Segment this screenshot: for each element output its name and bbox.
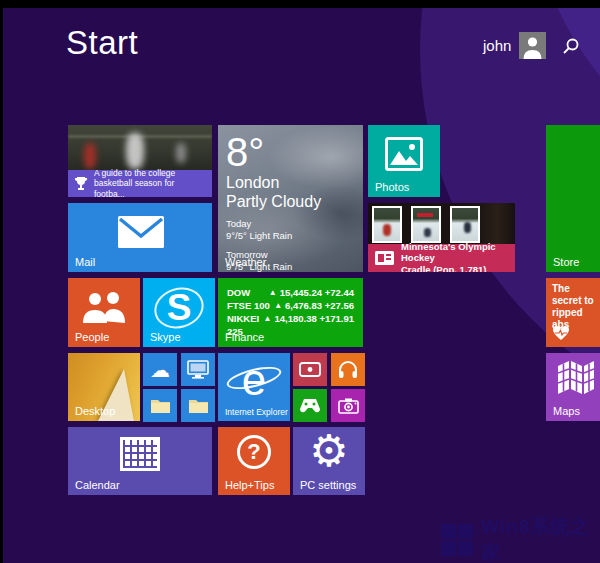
tile-desktop[interactable]: Desktop <box>68 353 140 421</box>
skype-label: Skype <box>150 331 181 343</box>
weather-label: Weather <box>225 256 266 268</box>
tile-skydrive[interactable]: ☁ <box>143 353 177 386</box>
hockey-photo-strip <box>372 206 480 243</box>
user-name[interactable]: john <box>483 37 511 54</box>
photos-label: Photos <box>375 181 409 193</box>
weather-today: Today 9°/5° Light Rain <box>226 218 355 242</box>
user-area[interactable]: john <box>483 32 580 59</box>
store-label: Store <box>553 256 579 268</box>
internet-explorer-label: Internet Explorer <box>225 407 288 417</box>
tile-documents-folder[interactable] <box>143 389 177 422</box>
gear-icon: ⚙ <box>293 427 365 476</box>
game-controller-icon <box>298 398 322 413</box>
internet-explorer-logo-icon: e <box>218 353 290 407</box>
calendar-label: Calendar <box>75 479 120 491</box>
desktop-label: Desktop <box>75 405 115 417</box>
windows-logo-icon <box>441 524 473 556</box>
pc-settings-label: PC settings <box>300 479 356 491</box>
tile-store[interactable]: Store <box>546 125 600 272</box>
mail-label: Mail <box>75 256 95 268</box>
hockey-caption: Minnesota's Olympic Hockey Cradle (Pop. … <box>401 241 508 272</box>
sports-photo-player <box>84 143 96 169</box>
two-people-icon <box>82 292 126 324</box>
hockey-photo <box>450 206 480 243</box>
page-title: Start <box>66 24 138 62</box>
folder-icon <box>150 397 171 414</box>
computer-monitor-icon <box>187 360 209 379</box>
tile-health-fitness[interactable]: The secret to ripped abs <box>546 278 600 347</box>
weather-city: London <box>226 173 355 192</box>
tile-this-pc[interactable] <box>181 353 215 386</box>
help-tips-label: Help+Tips <box>225 479 274 491</box>
tile-pc-settings[interactable]: ⚙ PC settings <box>293 427 365 495</box>
tile-hockey-news[interactable]: Minnesota's Olympic Hockey Cradle (Pop. … <box>368 203 515 272</box>
hockey-caption-band: Minnesota's Olympic Hockey Cradle (Pop. … <box>368 244 515 272</box>
sports-caption: A guide to the college basketball season… <box>94 168 206 197</box>
video-camera-icon <box>299 362 321 377</box>
heart-pulse-icon <box>552 325 570 341</box>
finance-row: DOW ▲ 15,445.24 +72.44 <box>227 286 354 299</box>
tile-camera[interactable] <box>331 389 365 422</box>
tile-sports-news[interactable]: A guide to the college basketball season… <box>68 125 212 197</box>
tile-photos[interactable]: Photos <box>368 125 440 197</box>
start-screen: Start john A guide to the college basket… <box>0 0 600 563</box>
news-article-icon <box>375 251 394 265</box>
camera-icon <box>338 398 359 414</box>
photo-frame-icon <box>385 137 423 171</box>
folded-map-icon <box>558 361 594 395</box>
tile-files-folder[interactable] <box>181 389 215 422</box>
people-label: People <box>75 331 109 343</box>
tile-music[interactable] <box>331 353 365 386</box>
left-border <box>0 0 3 563</box>
mail-envelope-icon <box>118 216 164 248</box>
question-mark-icon: ? <box>237 435 271 469</box>
finance-label: Finance <box>225 331 264 343</box>
tile-help-tips[interactable]: ? Help+Tips <box>218 427 290 495</box>
weather-temperature: 8° <box>226 131 355 173</box>
tile-finance[interactable]: DOW ▲ 15,445.24 +72.44 FTSE 100 ▲ 6,476.… <box>218 278 363 347</box>
sports-caption-band: A guide to the college basketball season… <box>68 170 212 197</box>
tile-skype[interactable]: S Skype <box>143 278 215 347</box>
maps-label: Maps <box>553 405 580 417</box>
tile-games[interactable] <box>293 389 327 422</box>
folder-icon <box>188 397 209 414</box>
watermark: Win8系统之家 <box>441 514 600 563</box>
search-icon[interactable] <box>562 37 580 55</box>
tile-mail[interactable]: Mail <box>68 203 212 272</box>
hockey-photo <box>372 206 402 243</box>
health-headline: The secret to ripped abs <box>552 283 594 331</box>
weather-condition: Partly Cloudy <box>226 192 355 211</box>
trophy-icon <box>74 176 88 191</box>
tile-people[interactable]: People <box>68 278 140 347</box>
skype-logo-icon: S <box>143 282 215 334</box>
tile-weather[interactable]: 8° London Partly Cloudy Today 9°/5° Ligh… <box>218 125 363 272</box>
hockey-photo <box>411 206 441 243</box>
sports-photo-player <box>176 143 186 163</box>
tile-maps[interactable]: Maps <box>546 353 600 421</box>
calendar-grid-icon <box>120 437 160 471</box>
tile-calendar[interactable]: Calendar <box>68 427 212 495</box>
user-avatar-icon[interactable] <box>519 32 546 59</box>
tile-internet-explorer[interactable]: e Internet Explorer <box>218 353 290 421</box>
sports-photo-player <box>126 133 144 169</box>
cloud-icon: ☁ <box>150 360 170 380</box>
finance-row: FTSE 100 ▲ 6,476.83 +27.56 <box>227 299 354 312</box>
tile-video[interactable] <box>293 353 327 386</box>
watermark-text: Win8系统之家 <box>481 514 600 563</box>
top-border <box>0 0 600 8</box>
headphones-icon <box>338 360 358 379</box>
